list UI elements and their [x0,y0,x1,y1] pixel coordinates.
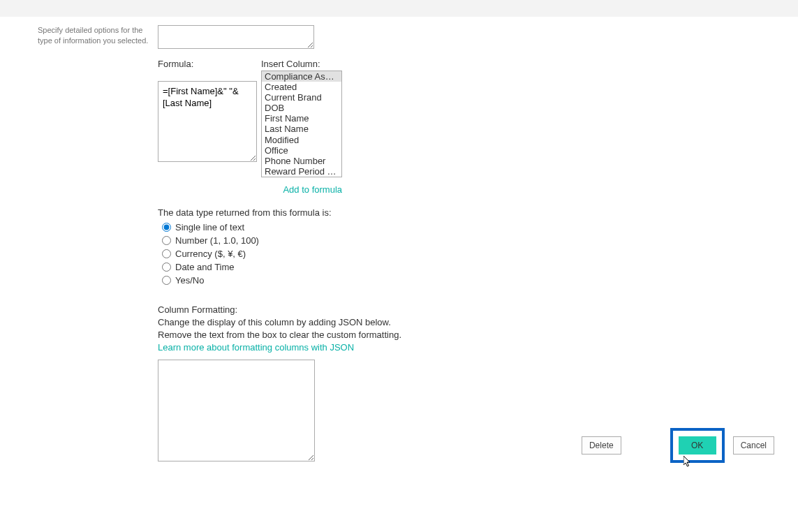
listbox-item[interactable]: Last Name [262,124,341,134]
formatting-textarea[interactable] [158,360,315,461]
radio-label: Yes/No [175,275,204,286]
insert-column-listbox[interactable]: Compliance Asset IdCreatedCurrent BrandD… [261,71,342,177]
radio-option-single-line[interactable]: Single line of text [162,222,401,232]
listbox-item[interactable]: Compliance Asset Id [262,71,341,82]
insert-column-section: Insert Column: Compliance Asset IdCreate… [261,59,342,177]
cancel-button[interactable]: Cancel [733,436,774,455]
radio-label: Date and Time [175,262,235,272]
radio-label: Single line of text [175,222,244,232]
radio-input-number[interactable] [162,236,171,245]
listbox-item[interactable]: First Name [262,113,341,124]
listbox-item[interactable]: DOB [262,103,341,113]
add-to-formula-link[interactable]: Add to formula [158,184,342,195]
datatype-radio-group: Single line of textNumber (1, 1.0, 100)C… [162,222,401,286]
insert-column-label: Insert Column: [261,59,342,69]
listbox-item[interactable]: Office [262,145,341,156]
cursor-icon [684,456,693,468]
top-bar [0,0,798,17]
radio-option-datetime[interactable]: Date and Time [162,262,401,272]
datatype-section: The data type returned from this formula… [158,207,401,286]
delete-button[interactable]: Delete [582,436,621,455]
form-column: Formula: Insert Column: Compliance Asset… [158,25,401,464]
formatting-heading: Column Formatting: [158,304,401,316]
formatting-line2: Remove the text from the box to clear th… [158,329,401,341]
listbox-item[interactable]: Reward Period End [262,166,341,177]
button-row: Delete OK Cancel [582,428,774,463]
radio-option-currency[interactable]: Currency ($, ¥, €) [162,249,401,259]
radio-label: Currency ($, ¥, €) [175,249,246,259]
radio-input-datetime[interactable] [162,263,171,272]
radio-option-yesno[interactable]: Yes/No [162,275,401,286]
description-textarea[interactable] [158,25,314,49]
formula-row: Formula: Insert Column: Compliance Asset… [158,59,401,177]
formatting-learn-more-link[interactable]: Learn more about formatting columns with… [158,342,401,353]
radio-option-number[interactable]: Number (1, 1.0, 100) [162,235,401,246]
radio-input-single-line[interactable] [162,223,171,232]
section-description: Specify detailed options for the type of… [0,25,158,464]
listbox-item[interactable]: Current Brand [262,92,341,103]
datatype-heading: The data type returned from this formula… [158,207,401,218]
ok-button[interactable]: OK [679,436,716,455]
listbox-item[interactable]: Created [262,82,341,92]
formula-label: Formula: [158,59,257,69]
main-container: Specify detailed options for the type of… [0,17,798,464]
formula-textarea[interactable] [158,81,257,162]
listbox-item[interactable]: Modified [262,135,341,145]
formula-column: Formula: [158,59,257,177]
formatting-line1: Change the display of this column by add… [158,316,401,329]
radio-input-currency[interactable] [162,249,171,258]
radio-input-yesno[interactable] [162,276,171,285]
radio-label: Number (1, 1.0, 100) [175,235,259,246]
formatting-section: Column Formatting: Change the display of… [158,304,401,464]
ok-highlight-box: OK [670,428,725,463]
listbox-item[interactable]: Phone Number [262,156,341,166]
